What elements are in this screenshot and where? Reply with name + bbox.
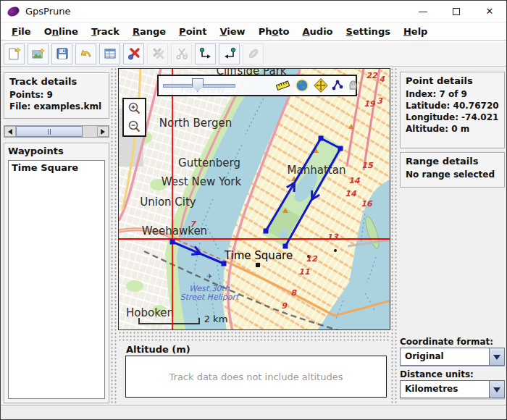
point-details-panel: Point details Index: 7 of 9 Latitude: 40… (400, 72, 505, 148)
title-bar: GpsPrune — ✕ (1, 1, 506, 22)
left-splitter[interactable] (110, 67, 118, 404)
maximize-button[interactable] (440, 1, 473, 22)
scroll-left-button[interactable] (4, 126, 16, 137)
delete-point-button[interactable] (123, 43, 144, 64)
open-image-button[interactable] (28, 43, 49, 64)
waypoints-list[interactable]: Time Square (8, 160, 105, 399)
range-details-panel: Range details No range selected (400, 152, 505, 188)
minimize-icon: — (419, 6, 428, 17)
pan-mode-icon[interactable] (314, 78, 328, 93)
menu-audio[interactable]: Audio (296, 24, 340, 39)
close-button[interactable]: ✕ (473, 1, 506, 22)
menu-photo[interactable]: Photo (252, 24, 296, 39)
connect-photo-button[interactable] (243, 43, 264, 64)
connect-photo-icon (246, 46, 261, 61)
edit-mode-icon[interactable] (345, 78, 360, 93)
app-logo-icon (6, 4, 20, 17)
cut-range-icon (175, 46, 189, 61)
track-points-count: Points: 9 (9, 89, 104, 101)
close-icon: ✕ (486, 6, 494, 17)
distance-units-dropdown-button[interactable] (489, 381, 504, 398)
map-background-icon[interactable] (295, 78, 309, 93)
chevron-down-icon (493, 355, 500, 364)
zoom-slider-thumb[interactable] (192, 78, 204, 92)
track-details-panel: Track details Points: 9 File: examples.k… (4, 72, 109, 119)
delete-range-icon (151, 46, 165, 61)
new-file-button[interactable] (4, 43, 25, 64)
main-toolbar (1, 41, 506, 67)
altitude-empty-message: Track data does not include altitudes (169, 371, 343, 382)
range-details-text: No range selected (406, 169, 499, 180)
show-track-icon[interactable] (331, 78, 345, 93)
menu-track[interactable]: Track (85, 24, 126, 39)
prev-point-icon (198, 46, 213, 61)
coordinate-format-select[interactable]: Original (400, 348, 505, 366)
point-details-title: Point details (406, 75, 499, 86)
track-lines (172, 138, 340, 264)
altitude-chart-area[interactable]: Track data does not include altitudes (125, 356, 387, 398)
point-latitude: Latitude: 40.767206 (406, 100, 499, 112)
scrollbar-thumb[interactable] (16, 126, 83, 137)
scroll-right-button[interactable] (97, 126, 109, 137)
undo-icon (79, 46, 93, 61)
track-overlay (119, 69, 390, 330)
menu-help[interactable]: Help (397, 24, 434, 39)
zoom-in-icon (127, 101, 142, 116)
menu-bar: File Online Track Range Point View Photo… (1, 22, 506, 41)
status-bar (1, 405, 506, 419)
altitude-chart-title: Altitude (m) (126, 344, 190, 355)
coordinate-format-label: Coordinate format: (400, 337, 493, 347)
menu-view[interactable]: View (214, 24, 252, 39)
distance-units-label: Distance units: (400, 369, 474, 379)
map-zoom-panel (122, 98, 146, 137)
maximize-icon (453, 8, 460, 15)
coordinate-format-dropdown-button[interactable] (489, 348, 504, 365)
delete-range-button[interactable] (147, 43, 168, 64)
right-splitter[interactable] (390, 67, 398, 404)
zoom-out-icon (127, 119, 142, 134)
waypoints-panel: Waypoints Time Square (4, 143, 109, 403)
point-longitude: Longitude: -74.0219... (406, 112, 499, 123)
menu-online[interactable]: Online (38, 24, 85, 39)
new-file-icon (7, 46, 22, 61)
horizontal-splitter[interactable] (118, 331, 390, 341)
zoom-slider[interactable] (163, 76, 243, 95)
point-altitude: Altitude: 0 m (406, 123, 499, 135)
menu-settings[interactable]: Settings (340, 24, 397, 39)
zoom-in-button[interactable] (127, 101, 143, 117)
app-window: GpsPrune — ✕ File Online Track Range Poi… (0, 0, 507, 420)
scale-bar-toggle-icon[interactable] (276, 78, 290, 93)
save-button[interactable] (51, 43, 72, 64)
delete-point-icon (127, 46, 141, 61)
point-index: Index: 7 of 9 (406, 88, 499, 100)
range-details-title: Range details (406, 156, 499, 167)
waypoint-list-item[interactable]: Time Square (9, 161, 104, 175)
edit-point-icon (103, 46, 117, 61)
prev-point-button[interactable] (195, 43, 216, 64)
zoom-out-button[interactable] (127, 119, 143, 135)
left-panel-scrollbar[interactable] (4, 125, 109, 138)
minimize-button[interactable]: — (406, 1, 440, 22)
map-controls-bar (157, 75, 357, 96)
save-icon (55, 46, 70, 61)
menu-file[interactable]: File (5, 24, 38, 39)
chevron-down-icon (493, 387, 500, 396)
open-image-icon (31, 46, 46, 61)
cut-range-button[interactable] (171, 43, 192, 64)
scrollbar-track[interactable] (16, 126, 97, 137)
distance-units-select[interactable]: Kilometres (400, 380, 505, 398)
edit-point-button[interactable] (99, 43, 120, 64)
next-point-button[interactable] (219, 43, 240, 64)
menu-range[interactable]: Range (126, 24, 172, 39)
coordinate-format-value: Original (401, 348, 489, 365)
undo-button[interactable] (75, 43, 96, 64)
distance-units-value: Kilometres (401, 381, 489, 398)
next-point-icon (222, 46, 237, 61)
right-arrow-icon (101, 129, 108, 135)
left-arrow-icon (5, 129, 12, 135)
window-title: GpsPrune (25, 6, 71, 17)
waypoints-title: Waypoints (8, 146, 105, 156)
map-viewport[interactable]: ✈ Cliffside Park Fairview North Bergen G… (118, 68, 390, 330)
track-file-name: File: examples.kml (9, 101, 104, 112)
menu-point[interactable]: Point (172, 24, 213, 39)
